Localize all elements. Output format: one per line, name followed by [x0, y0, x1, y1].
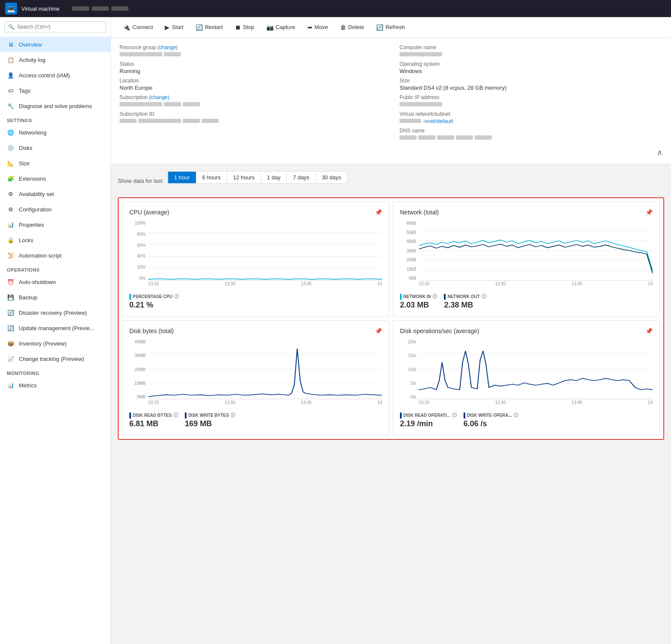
- search-input[interactable]: [17, 24, 102, 30]
- sidebar-item-diagnose[interactable]: 🔧 Diagnose and solve problems: [0, 98, 111, 114]
- stop-icon: ⏹: [235, 24, 241, 31]
- sidebar-item-locks[interactable]: 🔒 Locks: [0, 232, 111, 248]
- time-btn-30days[interactable]: 30 days: [315, 172, 347, 183]
- sidebar-item-configuration[interactable]: ⚙ Configuration: [0, 202, 111, 217]
- sidebar-item-overview[interactable]: 🖥 Overview: [0, 37, 111, 52]
- cpu-legend-label: PERCENTAGE CPU: [133, 294, 172, 299]
- sidebar-item-inventory-label: Inventory (Preview): [19, 340, 67, 347]
- capture-icon: 📷: [266, 24, 274, 31]
- sidebar-item-change-tracking[interactable]: 📈 Change tracking (Preview): [0, 351, 111, 366]
- sidebar-item-metrics[interactable]: 📊 Metrics: [0, 378, 111, 393]
- extensions-icon: 🧩: [7, 175, 15, 182]
- sidebar-item-tags[interactable]: 🏷 Tags: [0, 83, 111, 98]
- sidebar-item-overview-label: Overview: [19, 41, 42, 48]
- sidebar-item-disaster-recovery[interactable]: 🔄 Disaster recovery (Preview): [0, 305, 111, 320]
- sidebar-item-update-management[interactable]: 🔄 Update management (Previe...: [0, 320, 111, 336]
- disk-bytes-chart-legend: DISK READ BYTES ⓘ 6.81 MB DISK WRITE BYT…: [129, 412, 382, 428]
- network-chart-title: Network (total): [400, 209, 439, 216]
- move-icon: ➡: [307, 24, 312, 31]
- activity-log-icon: 📋: [7, 56, 15, 64]
- sidebar-item-access-control[interactable]: 👤 Access control (IAM): [0, 67, 111, 83]
- sidebar-item-auto-shutdown-label: Auto-shutdown: [19, 279, 56, 285]
- disk-read-bytes-value: 6.81 MB: [129, 419, 178, 428]
- start-button[interactable]: ▶ Start: [160, 21, 188, 33]
- sidebar-item-automation-script-label: Automation script: [19, 252, 61, 259]
- time-btn-1day[interactable]: 1 day: [261, 172, 287, 183]
- time-btn-7days[interactable]: 7 days: [286, 172, 315, 183]
- disaster-recovery-icon: 🔄: [7, 309, 15, 316]
- vm-info-left: Resource group (change) Status Running L…: [120, 44, 382, 144]
- tags-icon: 🏷: [7, 87, 15, 94]
- monitoring-section-label: MONITORING: [0, 366, 111, 378]
- time-btn-6hours[interactable]: 6 hours: [196, 172, 227, 183]
- cpu-chart-header: CPU (average) 📌: [129, 209, 382, 216]
- charts-section: Show data for last: 1 hour 6 hours 12 ho…: [111, 164, 671, 447]
- resource-group-change-link[interactable]: (change): [158, 44, 178, 50]
- refresh-icon: 🔃: [376, 24, 383, 31]
- time-btn-12hours[interactable]: 12 hours: [227, 172, 261, 183]
- collapse-button[interactable]: ∧: [120, 144, 662, 157]
- disk-ops-chart-plot: [419, 340, 653, 399]
- cpu-chart-legend: PERCENTAGE CPU ⓘ 0.21 %: [129, 293, 382, 310]
- os-value: Windows: [400, 68, 662, 74]
- disk-write-bytes-info-icon: ⓘ: [230, 412, 235, 419]
- subscription-change-link[interactable]: (change): [149, 94, 169, 100]
- access-control-icon: 👤: [7, 71, 15, 79]
- size-icon: 📐: [7, 159, 15, 167]
- disk-bytes-pin-icon[interactable]: 📌: [375, 328, 382, 334]
- search-box[interactable]: 🔍: [4, 21, 106, 32]
- sidebar-item-auto-shutdown[interactable]: ⏰ Auto-shutdown: [0, 274, 111, 290]
- delete-button[interactable]: 🗑 Delete: [335, 21, 370, 33]
- charts-container: CPU (average) 📌 100% 80% 60% 40% 20% 0%: [118, 197, 664, 440]
- inventory-icon: 📦: [7, 340, 15, 347]
- sidebar-item-activity-log[interactable]: 📋 Activity log: [0, 52, 111, 67]
- sidebar-item-configuration-label: Configuration: [19, 206, 52, 213]
- sidebar-item-size[interactable]: 📐 Size: [0, 155, 111, 171]
- cpu-x-labels: 13:15 13:30 13:45 14: [148, 281, 382, 289]
- restart-button[interactable]: 🔄 Restart: [190, 21, 228, 33]
- stop-button[interactable]: ⏹ Stop: [230, 21, 260, 33]
- disk-read-bytes-info-icon: ⓘ: [173, 412, 178, 419]
- sidebar-item-access-control-label: Access control (IAM): [19, 72, 70, 79]
- disk-ops-x-labels: 13:15 13:30 13:45 14: [419, 400, 653, 408]
- refresh-button[interactable]: 🔃 Refresh: [371, 21, 410, 33]
- sidebar-item-availability-set[interactable]: ⚙ Availability set: [0, 186, 111, 202]
- delete-icon: 🗑: [340, 24, 346, 31]
- disk-read-bytes-legend: DISK READ BYTES ⓘ 6.81 MB: [129, 412, 178, 428]
- cpu-info-icon: ⓘ: [174, 293, 179, 300]
- disk-read-bytes-label: DISK READ BYTES: [133, 413, 172, 418]
- sidebar-item-diagnose-label: Diagnose and solve problems: [19, 103, 92, 109]
- change-tracking-icon: 📈: [7, 355, 15, 363]
- cpu-pin-icon[interactable]: 📌: [375, 209, 382, 216]
- network-pin-icon[interactable]: 📌: [645, 209, 653, 216]
- network-chart-header: Network (total) 📌: [400, 209, 653, 216]
- disk-ops-chart-header: Disk operations/sec (average) 📌: [400, 328, 653, 334]
- network-out-info-icon: ⓘ: [481, 293, 486, 300]
- sidebar-item-backup[interactable]: 💾 Backup: [0, 290, 111, 305]
- disk-ops-pin-icon[interactable]: 📌: [645, 328, 653, 334]
- sidebar-item-size-label: Size: [19, 160, 29, 167]
- sidebar-item-inventory[interactable]: 📦 Inventory (Preview): [0, 336, 111, 351]
- disk-write-bytes-label: DISK WRITE BYTES: [188, 413, 229, 418]
- disk-ops-chart-area: 20/s 15/s 10/s 5/s 0/s: [400, 340, 653, 408]
- disk-read-ops-info-icon: ⓘ: [452, 412, 457, 419]
- connect-button[interactable]: 🔌 Connect: [118, 21, 158, 33]
- sidebar-item-extensions[interactable]: 🧩 Extensions: [0, 171, 111, 186]
- sidebar-item-disks[interactable]: 💿 Disks: [0, 140, 111, 155]
- capture-button[interactable]: 📷 Capture: [261, 21, 300, 33]
- time-btn-1hour[interactable]: 1 hour: [168, 172, 196, 183]
- disk-ops-chart-legend: DISK READ OPERATI... ⓘ 2.19 /min DISK WR…: [400, 412, 653, 428]
- disk-bytes-chart-title: Disk bytes (total): [129, 328, 174, 334]
- sidebar-item-availability-set-label: Availability set: [19, 191, 54, 197]
- move-button[interactable]: ➡ Move: [302, 21, 333, 33]
- disk-bytes-chart-card: Disk bytes (total) 📌 40MB 30MB 20MB 10MB…: [122, 320, 389, 436]
- network-in-legend-label: NETWORK IN: [403, 294, 431, 299]
- sidebar-item-automation-script[interactable]: 📜 Automation script: [0, 248, 111, 263]
- subscription-id-row: Subscription ID: [120, 111, 382, 124]
- network-chart-card: Network (total) 📌 60kB 50kB 40kB 30kB 20…: [393, 202, 660, 317]
- network-in-legend-value: 2.03 MB: [400, 301, 437, 310]
- sidebar-item-properties[interactable]: 📊 Properties: [0, 217, 111, 232]
- vm-info-panel: Resource group (change) Status Running L…: [111, 38, 671, 164]
- sidebar-item-networking[interactable]: 🌐 Networking: [0, 125, 111, 140]
- network-in-info-icon: ⓘ: [432, 293, 437, 300]
